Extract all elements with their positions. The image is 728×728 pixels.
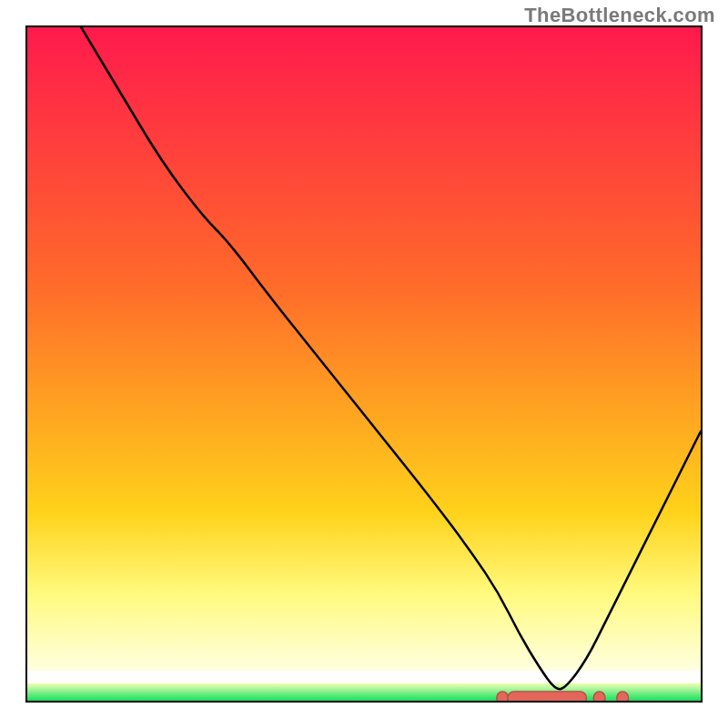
chart-stage: TheBottleneck.com [0, 0, 728, 728]
svg-point-5 [617, 692, 629, 703]
plot-area [25, 25, 703, 703]
optimal-range-marker [490, 680, 672, 703]
svg-point-2 [497, 692, 509, 703]
curve-layer [27, 27, 701, 701]
bottleneck-curve [81, 27, 701, 689]
svg-rect-3 [508, 692, 587, 703]
svg-point-4 [593, 692, 605, 703]
watermark-text: TheBottleneck.com [524, 4, 715, 27]
